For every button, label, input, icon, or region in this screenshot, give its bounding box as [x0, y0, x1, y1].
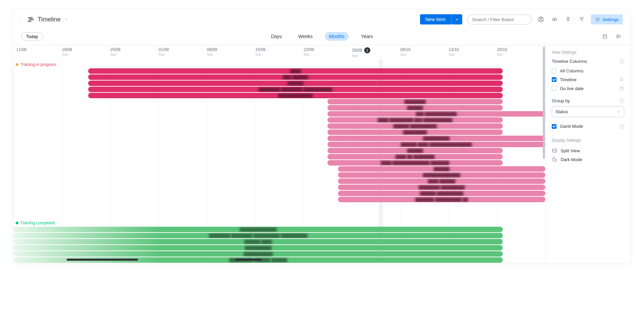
minimap[interactable]: [14, 257, 457, 261]
person-icon[interactable]: [536, 15, 545, 24]
timeline-bar[interactable]: ████████ ████████ ███████████: [88, 87, 503, 92]
timeline-bar[interactable]: ██████: [327, 148, 503, 153]
display-settings-heading: Display Settings: [552, 138, 624, 143]
svg-point-3: [540, 17, 542, 19]
scale-weeks[interactable]: Weeks: [294, 32, 317, 41]
timeline-rows[interactable]: Training in progress Training completed …: [14, 59, 545, 263]
group-label-completed[interactable]: Training completed: [16, 221, 55, 225]
moon-icon: [552, 157, 557, 162]
group-bullet: [16, 222, 18, 224]
eye-icon[interactable]: [550, 15, 559, 24]
settings-button[interactable]: Settings: [591, 14, 623, 24]
split-icon: [552, 148, 557, 153]
checkbox[interactable]: [552, 124, 557, 129]
timeline-date-header: 11/0818/08Sun25/08Sun01/09Sun08/09Sun15/…: [14, 45, 545, 59]
date-column: 15/09Sun: [255, 45, 304, 59]
timeline-bar[interactable]: ███ ████████████: [327, 111, 545, 117]
timeline-bar[interactable]: ███████████: [14, 251, 503, 257]
new-item-button[interactable]: New Item: [420, 14, 451, 24]
info-icon[interactable]: i: [619, 124, 624, 129]
svg-point-6: [554, 19, 555, 20]
col-golive-row[interactable]: Go live date: [552, 84, 624, 93]
date-column: 13/10Sun: [449, 45, 497, 59]
vertical-scrollbar[interactable]: [543, 45, 545, 263]
col-timeline-row[interactable]: Timeline: [552, 75, 624, 84]
view-settings-heading: View Settings: [552, 50, 624, 55]
dark-mode-row[interactable]: Dark Mode: [552, 155, 624, 164]
collapse-icon[interactable]: [614, 32, 623, 41]
group-bullet: [16, 63, 18, 66]
timeline-bar[interactable]: ██████: [88, 81, 503, 86]
split-view-row[interactable]: Split View: [552, 146, 624, 155]
timeline-bar[interactable]: ████████ ████████ ██████████ ██████████: [14, 233, 503, 238]
new-item-caret[interactable]: [451, 14, 462, 24]
timeline-bar[interactable]: ██████████████: [338, 172, 545, 178]
svg-rect-9: [620, 87, 624, 90]
timeline-bar[interactable]: ███████ ██████████ ██: [338, 197, 545, 202]
scale-years[interactable]: Years: [357, 32, 377, 41]
scale-months[interactable]: Months: [325, 32, 349, 41]
scale-days[interactable]: Days: [267, 32, 286, 41]
group-label-in-progress[interactable]: Training in progress: [16, 62, 57, 67]
timeline-bar[interactable]: ██████ ██████████: [327, 123, 503, 129]
gear-icon: [595, 17, 600, 22]
timeline-bar[interactable]: ████ █████████ ███ ███████████: [327, 117, 503, 123]
col-all-columns-row[interactable]: All Columns: [552, 67, 624, 75]
svg-point-7: [597, 19, 598, 20]
timeline-bar[interactable]: █████████: [327, 130, 503, 135]
svg-rect-8: [603, 34, 607, 38]
timeline-bar[interactable]: ██████: [327, 105, 503, 110]
date-column: 01/09Sun: [159, 45, 207, 59]
timeline-bar[interactable]: ██████: [338, 166, 545, 172]
checkbox[interactable]: [552, 86, 557, 91]
timeline-bar[interactable]: ████ ██ ████████: [327, 154, 503, 159]
timeline-bar[interactable]: ██████ ██████████: [338, 191, 545, 196]
chevron-down-icon: [64, 17, 68, 21]
column-type-icon: [619, 77, 624, 82]
pin-icon[interactable]: [564, 15, 573, 24]
filter-icon[interactable]: [577, 15, 586, 24]
info-icon[interactable]: i: [619, 59, 624, 64]
info-icon[interactable]: i: [619, 99, 624, 103]
group-by-heading: Group by: [552, 98, 570, 103]
timeline-bar[interactable]: ████: [88, 68, 503, 74]
search-input[interactable]: [467, 15, 532, 24]
timeline-bar[interactable]: ██████████: [327, 136, 545, 141]
top-toolbar: Timeline New Item Settings: [14, 10, 630, 29]
export-icon[interactable]: [600, 32, 609, 41]
timeline-bar[interactable]: ████ ██████████████ ███████: [327, 160, 503, 166]
today-button[interactable]: Today: [21, 32, 43, 41]
gantt-mode-row[interactable]: Gantt Mode i: [552, 122, 624, 131]
date-column: 29/091Sun: [352, 45, 400, 59]
checkbox[interactable]: [552, 77, 557, 82]
timeline-bar[interactable]: ██████ ████: [14, 239, 503, 244]
sub-toolbar: Today Days Weeks Months Years: [14, 29, 630, 45]
date-column: 06/10Sun: [400, 45, 449, 59]
svg-rect-1: [30, 19, 34, 20]
date-column: 20/10Sun: [497, 45, 545, 59]
view-settings-panel: View Settings Timeline Columns i All Col…: [545, 45, 630, 263]
timeline-bar[interactable]: ██████████████: [14, 227, 503, 232]
timeline-icon: [28, 16, 34, 23]
timeline-bar[interactable]: ███ ██████: [88, 74, 503, 80]
timeline-area: 11/0818/08Sun25/08Sun01/09Sun08/09Sun15/…: [14, 45, 630, 263]
timeline-bar[interactable]: ████ ██████: [338, 178, 545, 184]
scale-tabs: Days Weeks Months Years: [267, 32, 377, 41]
timeline-bar[interactable]: ██████████: [14, 245, 503, 251]
date-column: 08/09Sun: [207, 45, 255, 59]
view-title: Timeline: [38, 16, 61, 23]
timeline-bar[interactable]: ████████: [327, 99, 503, 104]
group-by-select[interactable]: Status: [552, 106, 624, 117]
date-column: 22/09Sun: [304, 45, 352, 59]
timeline-bar[interactable]: ██████ ████ ████████████████: [327, 142, 545, 147]
svg-rect-0: [29, 17, 33, 18]
date-column: 11/08: [14, 45, 62, 59]
svg-rect-2: [28, 21, 31, 21]
timeline-columns-heading: Timeline Columns: [552, 59, 587, 64]
chevron-down-icon: [616, 110, 621, 114]
calendar-icon: [619, 86, 624, 91]
timeline-bar[interactable]: █████████████: [88, 93, 503, 98]
view-title-dropdown[interactable]: Timeline: [28, 16, 68, 23]
timeline-bar[interactable]: ████████ █████████: [338, 185, 545, 190]
checkbox[interactable]: [552, 69, 557, 73]
